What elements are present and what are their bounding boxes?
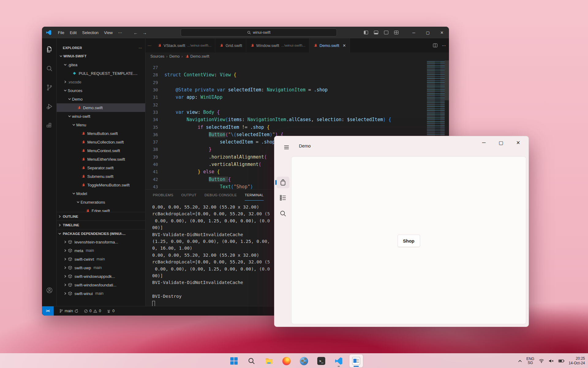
chevron-down-icon — [58, 54, 63, 58]
language-indicator[interactable]: ENG SG — [526, 357, 534, 365]
tree-item-model[interactable]: Model — [57, 189, 145, 198]
tree-item-sources[interactable]: Sources — [57, 86, 145, 95]
tree-item-demo[interactable]: Demo — [57, 95, 145, 103]
package-item[interactable]: levenshtein-transforma... — [57, 238, 145, 246]
remote-indicator[interactable]: >< — [42, 306, 54, 316]
nav-bag-icon[interactable] — [277, 177, 289, 188]
customize-layout-icon[interactable] — [392, 29, 400, 36]
section-package[interactable]: PACKAGE DEPENDENCIES (WINUI-... — [57, 229, 145, 238]
tree-item-edge-swift[interactable]: Edge.swift — [57, 206, 145, 212]
tab-window-swift[interactable]: Window.swift...\winui-swift\... — [246, 38, 310, 52]
window-maximize-button[interactable]: ▢ — [421, 27, 435, 38]
editor-scrollbar[interactable] — [445, 60, 449, 100]
package-item[interactable]: swift-winuimain — [57, 289, 145, 298]
section-timeline[interactable]: TIMELINE — [57, 220, 145, 229]
panel-tab-output[interactable]: OUTPUT — [181, 190, 197, 201]
breadcrumb[interactable]: Sources›Demo›Demo.swift — [145, 52, 449, 60]
window-close-button[interactable]: ✕ — [435, 27, 449, 38]
tree-item-pull-request-template-[interactable]: PULL_REQUEST_TEMPLATE.... — [57, 69, 145, 78]
hamburger-menu-icon[interactable] — [281, 143, 292, 151]
taskbar-start-icon[interactable] — [227, 355, 241, 367]
vscode-logo-icon — [46, 30, 51, 35]
source-control-icon[interactable] — [42, 80, 57, 95]
search-icon — [247, 31, 251, 35]
menu-view[interactable]: View — [101, 29, 115, 36]
nav-forward-icon[interactable]: → — [142, 30, 147, 35]
breadcrumb-demo[interactable]: Demo — [169, 54, 179, 59]
split-editor-icon[interactable] — [433, 43, 438, 48]
volume-muted-icon[interactable] — [548, 359, 554, 363]
tree-item--gitea[interactable]: .gitea — [57, 60, 145, 69]
tab-demo-swift[interactable]: Demo.swift✕ — [309, 38, 350, 52]
menu-more-icon[interactable]: ⋯ — [115, 29, 125, 36]
nav-search-icon[interactable] — [277, 208, 289, 219]
run-debug-icon[interactable] — [42, 99, 57, 114]
toggle-panel-icon[interactable] — [372, 29, 380, 36]
tree-item-menu[interactable]: Menu — [57, 121, 145, 129]
tab-vstack-swift[interactable]: VStack.swift...\winui-swift\... — [153, 38, 215, 52]
demo-close-button[interactable]: ✕ — [510, 137, 527, 148]
tree-item-demo-swift[interactable]: Demo.swift — [57, 103, 145, 112]
package-item[interactable]: metamain — [57, 246, 145, 255]
nav-back-icon[interactable]: ← — [134, 30, 138, 35]
tree-item-menubutton-swift[interactable]: MenuButton.swift — [57, 129, 145, 138]
editor-more-icon[interactable]: ⋯ — [442, 43, 446, 48]
demo-maximize-button[interactable]: ▢ — [492, 137, 510, 148]
shop-button[interactable]: Shop — [398, 235, 420, 247]
taskbar-demo-app-icon[interactable] — [349, 355, 363, 367]
menu-file[interactable]: File — [55, 29, 67, 36]
tree-item-togglemenubutton-swift[interactable]: ToggleMenuButton.swift — [57, 181, 145, 189]
package-item[interactable]: swift-windowsfoundati... — [57, 281, 145, 289]
tab-overflow-icon[interactable]: ⋯ — [145, 38, 153, 52]
tab-close-icon[interactable]: ✕ — [343, 43, 346, 48]
toggle-sidebar-icon[interactable] — [362, 29, 370, 36]
chevron-down-icon — [67, 97, 72, 101]
problems-status[interactable]: 0 0 — [84, 309, 101, 313]
wifi-icon[interactable] — [539, 359, 544, 363]
tree-item-menucollection-swift[interactable]: MenuCollection.swift — [57, 138, 145, 146]
tree-item-enumerations[interactable]: Enumerations — [57, 198, 145, 206]
search-icon[interactable] — [42, 61, 57, 76]
package-item[interactable]: swift-cwinrtmain — [57, 255, 145, 263]
taskbar-globe-app-icon[interactable] — [297, 355, 311, 367]
taskbar-firefox-icon[interactable] — [280, 355, 293, 367]
taskbar-terminal-icon[interactable]: >_ — [315, 355, 328, 367]
panel-tab-problems[interactable]: PROBLEMS — [153, 190, 173, 201]
nav-list-icon[interactable] — [277, 192, 289, 204]
tree-item-winui-swift[interactable]: WINUI-SWIFT — [57, 52, 145, 60]
section-outline[interactable]: OUTLINE — [57, 212, 145, 220]
command-center-search[interactable]: winui-swift — [181, 29, 337, 36]
package-item[interactable]: swift-uwpmain — [57, 263, 145, 272]
extensions-icon[interactable] — [42, 118, 57, 133]
demo-minimize-button[interactable]: ─ — [475, 137, 492, 148]
taskbar-vscode-icon[interactable] — [332, 355, 345, 367]
toggle-secondary-sidebar-icon[interactable] — [382, 29, 390, 36]
terminal-cursor — [152, 301, 155, 306]
git-branch-status[interactable]: main — [59, 309, 78, 313]
explorer-more-icon[interactable]: ⋯ — [139, 46, 142, 50]
tray-chevron-icon[interactable] — [518, 360, 522, 362]
tree-item-winui-swift[interactable]: winui-swift — [57, 112, 145, 121]
tree-item-submenu-swift[interactable]: Submenu.swift — [57, 172, 145, 181]
tree-item--vscode[interactable]: .vscode — [57, 78, 145, 86]
breadcrumb-demo-swift[interactable]: Demo.swift — [185, 54, 209, 59]
breadcrumb-sources[interactable]: Sources — [150, 54, 164, 59]
ports-status[interactable]: 0 — [107, 309, 115, 313]
panel-tab-terminal[interactable]: TERMINAL — [245, 190, 263, 201]
accounts-icon[interactable] — [42, 283, 57, 297]
taskbar-search-icon[interactable] — [245, 355, 258, 367]
panel-tab-debug-console[interactable]: DEBUG CONSOLE — [205, 190, 237, 201]
menu-selection[interactable]: Selection — [79, 29, 101, 36]
explorer-icon[interactable] — [42, 42, 57, 57]
battery-icon[interactable] — [558, 359, 564, 363]
clock[interactable]: 20:25 14-Oct-24 — [569, 356, 585, 366]
tree-item-menucontext-swift[interactable]: MenuContext.swift — [57, 146, 145, 155]
menu-edit[interactable]: Edit — [67, 29, 79, 36]
tree-item-separator-swift[interactable]: Separator.swift — [57, 163, 145, 172]
tree-item-menueitherview-swift[interactable]: MenuEitherView.swift — [57, 155, 145, 163]
tab-grid-swift[interactable]: Grid.swift — [215, 38, 246, 52]
taskbar-file-explorer-icon[interactable] — [262, 355, 276, 367]
chevron-right-icon — [58, 215, 62, 218]
package-item[interactable]: swift-windowsappsdk... — [57, 272, 145, 281]
window-minimize-button[interactable]: ─ — [407, 27, 421, 38]
